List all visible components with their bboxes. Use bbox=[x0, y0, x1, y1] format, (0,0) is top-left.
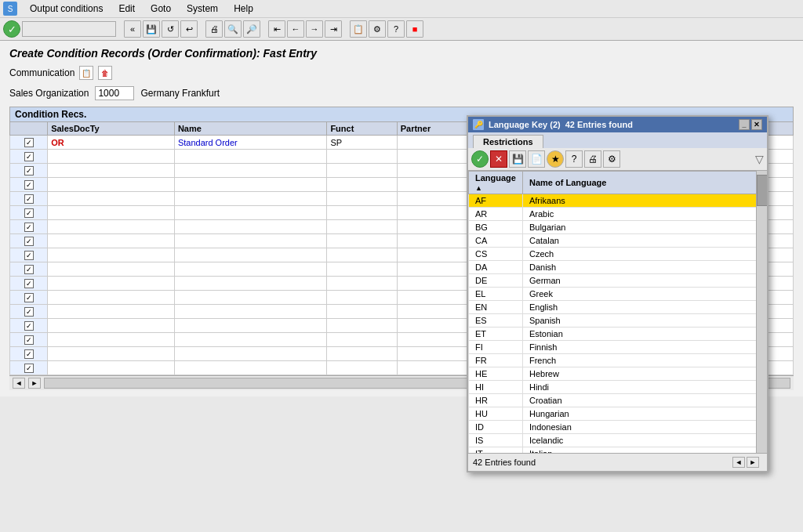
table-cell-funct[interactable] bbox=[327, 333, 397, 347]
table-cell-salesdocty[interactable] bbox=[48, 220, 175, 234]
table-cell-salesdocty[interactable] bbox=[48, 262, 175, 277]
table-cell-name[interactable] bbox=[174, 206, 326, 220]
dialog-nav-right[interactable]: ► bbox=[747, 457, 759, 468]
table-cell-name[interactable] bbox=[174, 150, 326, 164]
list-item[interactable]: HEHebrew bbox=[469, 367, 767, 381]
table-cell-salesdocty[interactable] bbox=[48, 192, 175, 206]
tab-restrictions[interactable]: Restrictions bbox=[473, 135, 543, 148]
toolbar-input[interactable] bbox=[22, 21, 116, 37]
table-cell-name[interactable] bbox=[174, 347, 326, 361]
nav-right-btn[interactable]: ► bbox=[28, 378, 41, 389]
copy-btn[interactable]: 📋 bbox=[350, 20, 367, 38]
table-row-checkbox[interactable]: ✓ bbox=[10, 206, 48, 220]
table-cell-funct[interactable] bbox=[327, 150, 397, 164]
help-btn[interactable]: ? bbox=[387, 20, 405, 38]
comm-icon-2[interactable]: 🗑 bbox=[98, 66, 112, 80]
table-cell-funct[interactable] bbox=[327, 178, 397, 192]
list-item[interactable]: FRFrench bbox=[469, 354, 767, 367]
nav-left-btn[interactable]: ◄ bbox=[13, 378, 25, 389]
dialog-nav-left[interactable]: ◄ bbox=[732, 457, 745, 468]
save-btn[interactable]: 💾 bbox=[143, 20, 160, 38]
table-row-checkbox[interactable]: ✓ bbox=[10, 361, 48, 375]
table-cell-salesdocty[interactable] bbox=[48, 305, 175, 319]
confirm-button[interactable]: ✓ bbox=[3, 20, 20, 38]
table-row-checkbox[interactable]: ✓ bbox=[10, 136, 48, 150]
table-cell-name[interactable] bbox=[174, 234, 326, 248]
dialog-print-btn[interactable]: 🖨 bbox=[584, 150, 601, 168]
list-item[interactable]: DADanish bbox=[469, 261, 767, 274]
table-cell-salesdocty[interactable] bbox=[48, 164, 175, 178]
table-cell-name[interactable] bbox=[174, 361, 326, 375]
dialog-info-btn[interactable]: ★ bbox=[547, 150, 564, 168]
table-row-checkbox[interactable]: ✓ bbox=[10, 262, 48, 277]
table-row-checkbox[interactable]: ✓ bbox=[10, 178, 48, 192]
table-cell-name[interactable] bbox=[174, 192, 326, 206]
list-item[interactable]: BGBulgarian bbox=[469, 221, 767, 234]
refresh-btn[interactable]: ↺ bbox=[162, 20, 179, 38]
stop-btn[interactable]: ■ bbox=[406, 20, 423, 38]
table-cell-salesdocty[interactable] bbox=[48, 150, 175, 164]
table-row-checkbox[interactable]: ✓ bbox=[10, 319, 48, 333]
table-cell-funct[interactable] bbox=[327, 361, 397, 375]
menu-edit[interactable]: Edit bbox=[115, 2, 138, 16]
list-item[interactable]: ESSpanish bbox=[469, 314, 767, 328]
table-row-checkbox[interactable]: ✓ bbox=[10, 192, 48, 206]
dialog-close-btn[interactable]: ✕ bbox=[751, 119, 762, 130]
nav1-btn[interactable]: ⇤ bbox=[268, 20, 285, 38]
table-cell-funct[interactable] bbox=[327, 192, 397, 206]
comm-icon-1[interactable]: 📋 bbox=[79, 66, 93, 80]
table-cell-funct[interactable] bbox=[327, 262, 397, 277]
list-item[interactable]: IDIndonesian bbox=[469, 421, 767, 434]
table-row-checkbox[interactable]: ✓ bbox=[10, 305, 48, 319]
table-cell-name[interactable] bbox=[174, 164, 326, 178]
table-row-checkbox[interactable]: ✓ bbox=[10, 220, 48, 234]
table-cell-name[interactable] bbox=[174, 305, 326, 319]
list-item[interactable]: HIHindi bbox=[469, 381, 767, 394]
list-item[interactable]: ISIcelandic bbox=[469, 434, 767, 447]
table-cell-name[interactable] bbox=[174, 333, 326, 347]
table-cell-funct[interactable] bbox=[327, 291, 397, 305]
dialog-cancel-btn[interactable]: ✕ bbox=[490, 150, 507, 168]
undo-btn[interactable]: ↩ bbox=[180, 20, 198, 38]
nav3-btn[interactable]: → bbox=[306, 20, 323, 38]
list-item[interactable]: ETEstonian bbox=[469, 328, 767, 341]
print-btn[interactable]: 🖨 bbox=[205, 20, 223, 38]
dialog-minimize-btn[interactable]: _ bbox=[739, 119, 750, 130]
list-item[interactable]: CSCzech bbox=[469, 248, 767, 261]
menu-goto[interactable]: Goto bbox=[147, 2, 174, 16]
table-cell-salesdocty[interactable] bbox=[48, 277, 175, 291]
table-cell-name[interactable] bbox=[174, 291, 326, 305]
table-cell-funct[interactable] bbox=[327, 164, 397, 178]
table-cell-name[interactable] bbox=[174, 262, 326, 277]
list-item[interactable]: DEGerman bbox=[469, 274, 767, 288]
table-cell-salesdocty[interactable] bbox=[48, 361, 175, 375]
table-cell-salesdocty[interactable] bbox=[48, 178, 175, 192]
list-item[interactable]: FIFinnish bbox=[469, 341, 767, 354]
table-row-checkbox[interactable]: ✓ bbox=[10, 347, 48, 361]
list-item[interactable]: HUHungarian bbox=[469, 407, 767, 421]
table-cell-funct[interactable] bbox=[327, 277, 397, 291]
menu-help[interactable]: Help bbox=[231, 2, 256, 16]
table-row-checkbox[interactable]: ✓ bbox=[10, 234, 48, 248]
dialog-scrollbar[interactable] bbox=[756, 171, 767, 453]
list-item[interactable]: AFAfrikaans bbox=[469, 194, 767, 208]
table-cell-name[interactable] bbox=[174, 277, 326, 291]
dialog-confirm-btn[interactable]: ✓ bbox=[471, 150, 489, 168]
table-row-checkbox[interactable]: ✓ bbox=[10, 248, 48, 262]
nav4-btn[interactable]: ⇥ bbox=[325, 20, 342, 38]
list-item[interactable]: CACatalan bbox=[469, 234, 767, 248]
nav2-btn[interactable]: ← bbox=[287, 20, 304, 38]
table-cell-salesdocty[interactable] bbox=[48, 333, 175, 347]
table-cell-name[interactable] bbox=[174, 178, 326, 192]
dialog-help-btn[interactable]: ? bbox=[565, 150, 583, 168]
table-cell-funct[interactable] bbox=[327, 206, 397, 220]
table-cell-funct[interactable] bbox=[327, 305, 397, 319]
dialog-multi-btn[interactable]: 📄 bbox=[528, 150, 545, 168]
table-cell-salesdocty[interactable] bbox=[48, 319, 175, 333]
dialog-settings-btn[interactable]: ⚙ bbox=[603, 150, 620, 168]
table-cell-salesdocty[interactable] bbox=[48, 347, 175, 361]
dialog-save-btn[interactable]: 💾 bbox=[509, 150, 526, 168]
table-cell-funct[interactable] bbox=[327, 248, 397, 262]
table-cell-name[interactable] bbox=[174, 220, 326, 234]
table-cell-funct[interactable] bbox=[327, 220, 397, 234]
